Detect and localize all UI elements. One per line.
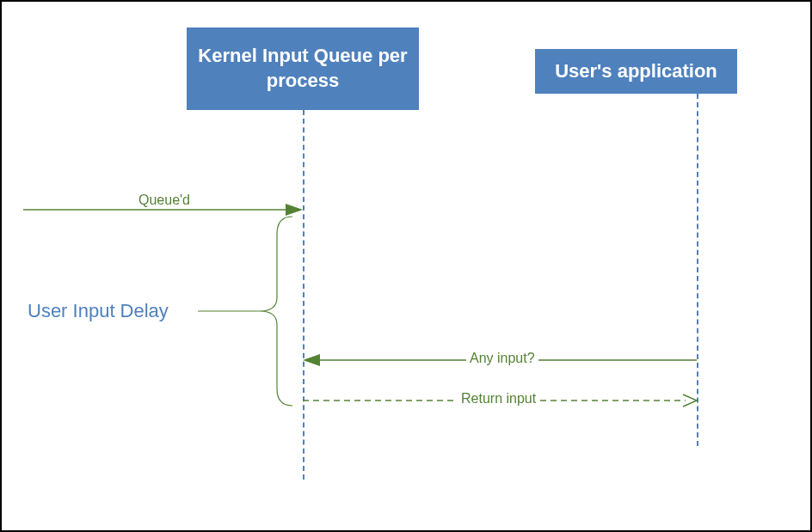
label-return-input: Return input [458, 391, 539, 407]
participant-user-app-label: User's application [555, 59, 717, 84]
participant-user-app: User's application [535, 49, 737, 94]
svg-marker-1 [286, 204, 303, 216]
label-any-input: Any input? [466, 351, 538, 366]
participant-kernel-queue-label: Kernel Input Queue per process [195, 44, 410, 93]
label-user-input-delay: User Input Delay [28, 300, 169, 322]
delay-span-bracket [198, 215, 294, 407]
participant-kernel-queue: Kernel Input Queue per process [187, 28, 419, 110]
lifeline-kernel-queue [303, 110, 304, 480]
sequence-diagram-frame: Kernel Input Queue per process User's ap… [0, 0, 812, 532]
label-queued: Queue'd [135, 193, 194, 208]
svg-marker-3 [303, 354, 320, 366]
